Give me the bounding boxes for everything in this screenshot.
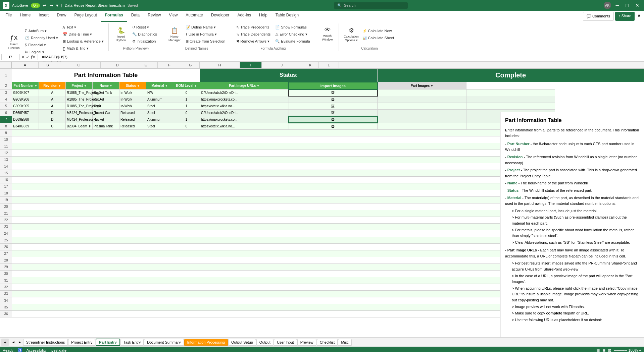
undo-btn[interactable]: ↩: [43, 3, 47, 8]
customize-btn[interactable]: ▾: [56, 3, 58, 8]
cell-status[interactable]: In-Work: [119, 96, 146, 103]
cell-bom-level[interactable]: 0: [173, 90, 200, 96]
tab-developer[interactable]: Developer: [207, 11, 234, 22]
calculation-options-button[interactable]: ⚙ CalculationOptions ▾: [343, 25, 360, 44]
define-name-button[interactable]: 📝 Define Name ▾: [184, 24, 227, 31]
col-header-e[interactable]: E: [134, 62, 158, 68]
cell-name[interactable]: Rocket: [93, 96, 119, 103]
col-header-a[interactable]: A: [12, 62, 39, 68]
tab-help[interactable]: Help: [255, 11, 271, 22]
cell-project[interactable]: B2394_Beam_P: [66, 123, 93, 130]
watch-window-button[interactable]: 👁 WatchWindow: [319, 24, 336, 44]
close-btn[interactable]: ✕: [633, 3, 641, 8]
cell-image-2[interactable]: 🖼: [289, 96, 378, 103]
cell-bom-level[interactable]: 1: [173, 103, 200, 110]
cell-name[interactable]: Plasma Tank: [93, 123, 119, 130]
cell-project[interactable]: R1085_The_Project_D: [66, 90, 93, 96]
cell-bom-level[interactable]: 1: [173, 116, 200, 123]
tab-automate[interactable]: Automate: [182, 11, 207, 22]
cell-bom-level[interactable]: 0: [173, 110, 200, 116]
remove-arrows-button[interactable]: ✖ Remove Arrows ▾: [234, 38, 273, 45]
cell-project[interactable]: M3424_Professor_L: [66, 116, 93, 123]
cell-image-6[interactable]: 🖼: [289, 123, 378, 130]
cell-material[interactable]: Aluminum: [146, 96, 173, 103]
cell-status[interactable]: Released: [119, 116, 146, 123]
error-checking-button[interactable]: ⚠ Error Checking ▾: [273, 31, 312, 38]
cell-material[interactable]: Steel: [146, 123, 173, 130]
cell-revision[interactable]: D: [39, 116, 66, 123]
tab-page-layout[interactable]: Page Layout: [70, 11, 101, 22]
tab-part-entry[interactable]: Part Entry: [96, 339, 120, 346]
view-page-break-icon[interactable]: ⊡: [608, 348, 611, 352]
cell-part-number[interactable]: D569E568: [12, 116, 39, 123]
header-revision[interactable]: Revision ▼: [39, 82, 66, 90]
cell-material[interactable]: Steel: [146, 103, 173, 110]
maximize-btn[interactable]: □: [624, 3, 631, 8]
cell-project[interactable]: R1085_The_Project_D: [66, 96, 93, 103]
scroll-tabs-left[interactable]: ◄: [10, 340, 16, 345]
cell-material[interactable]: N/A: [146, 90, 173, 96]
cell-part-number[interactable]: G909K907: [12, 90, 39, 96]
col-header-j[interactable]: J: [262, 62, 302, 68]
cell-revision[interactable]: C: [39, 123, 66, 130]
cell-revision[interactable]: A: [39, 90, 66, 96]
cell-project[interactable]: M3424_Professor_L: [66, 110, 93, 116]
text-button[interactable]: A Text ▾: [61, 24, 106, 31]
cell-project[interactable]: R1085_The_Project_D: [66, 103, 93, 110]
view-normal-icon[interactable]: ▦: [596, 348, 600, 352]
cell-part-number[interactable]: E340G039: [12, 123, 39, 130]
use-in-formula-button[interactable]: ƒ Use in Formula ▾: [184, 31, 227, 38]
cell-image-1[interactable]: 🖼: [289, 90, 378, 96]
reset-button[interactable]: ↺ Reset ▾: [130, 24, 159, 31]
tab-review[interactable]: Review: [144, 11, 165, 22]
col-header-d[interactable]: D: [101, 62, 134, 68]
tab-home[interactable]: Home: [16, 11, 35, 22]
diagnostics-button[interactable]: 🔧 Diagnostics: [130, 31, 159, 38]
col-header-b[interactable]: B: [39, 62, 57, 68]
tab-formulas[interactable]: Formulas: [101, 11, 127, 22]
cell-url[interactable]: https://static.wikia.no...: [200, 103, 289, 110]
create-from-selection-button[interactable]: ⊞ Create from Selection: [184, 38, 227, 45]
tab-file[interactable]: File: [1, 11, 16, 22]
insert-function-button[interactable]: ƒx InsertFunction: [5, 32, 22, 51]
minimize-btn[interactable]: ─: [614, 3, 621, 8]
cell-part-number[interactable]: G909K906: [12, 96, 39, 103]
insert-python-button[interactable]: 🐍 InsertPython: [113, 25, 130, 44]
zoom-in-btn[interactable]: +: [639, 348, 641, 352]
cell-part-number[interactable]: D569F457: [12, 110, 39, 116]
zoom-slider[interactable]: ───── 100% +: [614, 348, 641, 352]
show-formulas-button[interactable]: 📄 Show Formulas: [273, 24, 312, 31]
math-trig-button[interactable]: ∑ Math & Trig ▾: [61, 45, 106, 52]
share-btn[interactable]: ↑ Share: [615, 12, 635, 21]
col-header-g[interactable]: G: [181, 62, 200, 68]
name-manager-button[interactable]: 📋 NameManager: [166, 25, 183, 44]
cell-part-number[interactable]: G909K905: [12, 103, 39, 110]
header-name[interactable]: Name ▼: [93, 82, 119, 90]
cell-url[interactable]: https://maxqrockets.co...: [200, 96, 289, 103]
cell-name[interactable]: Rocket: [93, 116, 119, 123]
cell-url[interactable]: C:\Users\abck2\OneDri...: [200, 90, 289, 96]
import-images-cell[interactable]: Import Images: [289, 82, 378, 90]
header-bom-level[interactable]: BOM Level ▼: [173, 82, 200, 90]
tab-insert[interactable]: Insert: [35, 11, 53, 22]
search-box-container[interactable]: 🔍 Search: [334, 2, 408, 9]
header-part-image-urls[interactable]: Part Image URLs ▼: [200, 82, 289, 90]
tab-user-input[interactable]: User Input: [274, 339, 297, 346]
collapse-ribbon-btn[interactable]: ∧: [635, 11, 643, 22]
calculate-now-button[interactable]: ⚡ Calculate Now: [360, 28, 396, 34]
cell-bom-level[interactable]: 1: [173, 96, 200, 103]
cell-url[interactable]: C:\Users\abck2\OneDri...: [200, 110, 289, 116]
cell-revision[interactable]: A: [39, 103, 66, 110]
cell-image-3[interactable]: 🖼: [289, 103, 378, 110]
autosave-toggle[interactable]: On: [31, 3, 40, 8]
header-part-number[interactable]: Part Number ▼: [12, 82, 39, 90]
cell-status[interactable]: In-Work: [119, 103, 146, 110]
cell-name[interactable]: Rocket Car: [93, 110, 119, 116]
trace-precedents-button[interactable]: ↖ Trace Precedents: [234, 24, 273, 31]
header-material[interactable]: Material ▼: [146, 82, 173, 90]
cell-image-4[interactable]: 🖼: [289, 110, 378, 116]
cell-status[interactable]: Released: [119, 123, 146, 130]
header-project[interactable]: Project ▼: [66, 82, 93, 90]
comments-btn[interactable]: 💬 Comments: [583, 12, 614, 21]
cancel-formula-icon[interactable]: ✕: [21, 54, 25, 60]
